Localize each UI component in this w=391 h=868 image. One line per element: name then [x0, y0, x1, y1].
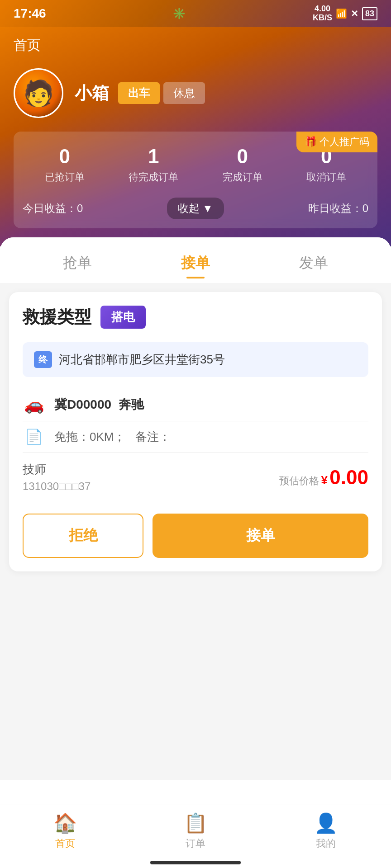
status-buttons: 出车 休息	[118, 82, 205, 104]
mine-icon: 👤	[314, 812, 338, 834]
stat-cancelled-label: 取消订单	[306, 170, 346, 184]
price-value: 0.00	[329, 466, 368, 488]
price-currency: ¥	[321, 473, 327, 487]
avatar: 🧑	[15, 70, 62, 117]
tech-row: 技师 131030□□□37 预估价格 ¥ 0.00	[23, 453, 368, 502]
main-content: 抢单 接单 发单 救援类型 搭电 终 河北省邯郸市肥乡区井堂街35号 🚗	[0, 237, 391, 780]
home-icon: 🏠	[53, 812, 77, 834]
promo-icon: 🎁	[305, 136, 317, 148]
stat-grabbed: 0 已抢订单	[45, 145, 85, 184]
status-time: 17:46	[14, 6, 46, 21]
rescue-type-label: 救援类型	[23, 306, 91, 329]
stat-grabbed-label: 已抢订单	[45, 170, 85, 184]
tab-grab[interactable]: 抢单	[63, 253, 92, 278]
nav-label-home: 首页	[55, 837, 75, 850]
btn-inactive[interactable]: 休息	[163, 82, 205, 104]
nav-item-orders[interactable]: 📋 订单	[130, 812, 261, 850]
username: 小箱	[75, 82, 109, 105]
rescue-type-badge: 搭电	[100, 306, 146, 329]
tech-phone: 131030□□□37	[23, 480, 91, 493]
status-bar: 17:46 ✳️ 4.00KB/S 📶 ✕ 83	[0, 0, 391, 27]
notes-text: 免拖：0KM； 备注：	[54, 429, 171, 445]
stat-pending-value: 1	[129, 145, 178, 168]
stat-grabbed-value: 0	[45, 145, 85, 168]
pinwheel-icon: ✳️	[172, 7, 186, 20]
nav-item-home[interactable]: 🏠 首页	[0, 812, 130, 850]
rescue-header: 救援类型 搭电	[23, 306, 368, 329]
tab-send[interactable]: 发单	[299, 253, 328, 278]
earnings-row: 今日收益：0 收起 ▼ 昨日收益：0	[23, 193, 368, 219]
price-label: 预估价格	[279, 475, 319, 486]
stat-pending: 1 待完成订单	[129, 145, 178, 184]
today-earnings: 今日收益：0	[23, 201, 83, 216]
promo-badge[interactable]: 🎁 个人推广码	[296, 132, 377, 152]
reject-button[interactable]: 拒绝	[23, 514, 143, 558]
location-box: 终 河北省邯郸市肥乡区井堂街35号	[23, 342, 368, 377]
bottom-nav: 🏠 首页 📋 订单 👤 我的	[0, 805, 391, 868]
tech-label: 技师	[23, 462, 91, 477]
vehicle-row: 🚗 冀D00000 奔驰	[23, 388, 368, 421]
network-speed: 4.00KB/S	[313, 5, 332, 23]
document-icon: 📄	[23, 428, 45, 445]
avatar-wrapper: 🧑	[14, 68, 63, 118]
nav-label-orders: 订单	[186, 837, 205, 850]
price-area: 预估价格 ¥ 0.00	[279, 466, 368, 489]
accept-button[interactable]: 接单	[153, 514, 368, 558]
wifi-icon: 📶	[336, 8, 347, 19]
battery-icon: 83	[362, 7, 377, 20]
stat-completed: 0 完成订单	[223, 145, 262, 184]
stat-completed-label: 完成订单	[223, 170, 262, 184]
nav-home[interactable]: 首页	[14, 36, 377, 55]
location-badge: 终	[34, 351, 52, 368]
stats-card: 🎁 个人推广码 0 已抢订单 1 待完成订单 0 完成订单 0 取消订单 今日收…	[14, 132, 377, 228]
chevron-down-icon: ▼	[202, 202, 213, 215]
bottom-indicator	[150, 861, 241, 864]
action-buttons: 拒绝 接单	[23, 514, 368, 558]
order-section: 救援类型 搭电 终 河北省邯郸市肥乡区井堂街35号 🚗 冀D00000 奔驰 📄…	[0, 283, 391, 580]
btn-active[interactable]: 出车	[118, 82, 160, 104]
collapse-button[interactable]: 收起 ▼	[167, 198, 224, 219]
nav-item-mine[interactable]: 👤 我的	[261, 812, 391, 850]
car-icon: 🚗	[23, 395, 45, 414]
stat-pending-label: 待完成订单	[129, 170, 178, 184]
price-label-row: 预估价格 ¥ 0.00	[279, 466, 368, 489]
location-text: 河北省邯郸市肥乡区井堂街35号	[59, 352, 225, 368]
stat-completed-value: 0	[223, 145, 262, 168]
x-icon: ✕	[351, 8, 358, 19]
header-section: 首页 🧑 小箱 出车 休息 🎁 个人推广码 0 已抢订单	[0, 27, 391, 246]
tech-info: 技师 131030□□□37	[23, 462, 91, 493]
vehicle-plate: 冀D00000 奔驰	[54, 396, 144, 413]
profile-area: 🧑 小箱 出车 休息	[14, 68, 377, 118]
tab-accept[interactable]: 接单	[181, 253, 210, 278]
status-icons: 4.00KB/S 📶 ✕ 83	[313, 5, 377, 23]
nav-label-mine: 我的	[316, 837, 336, 850]
notes-row: 📄 免拖：0KM； 备注：	[23, 421, 368, 453]
profile-info: 小箱 出车 休息	[75, 82, 205, 105]
yesterday-earnings: 昨日收益：0	[308, 201, 368, 216]
orders-icon: 📋	[184, 812, 207, 834]
tab-nav: 抢单 接单 发单	[0, 237, 391, 283]
order-card: 救援类型 搭电 终 河北省邯郸市肥乡区井堂街35号 🚗 冀D00000 奔驰 📄…	[9, 292, 382, 571]
